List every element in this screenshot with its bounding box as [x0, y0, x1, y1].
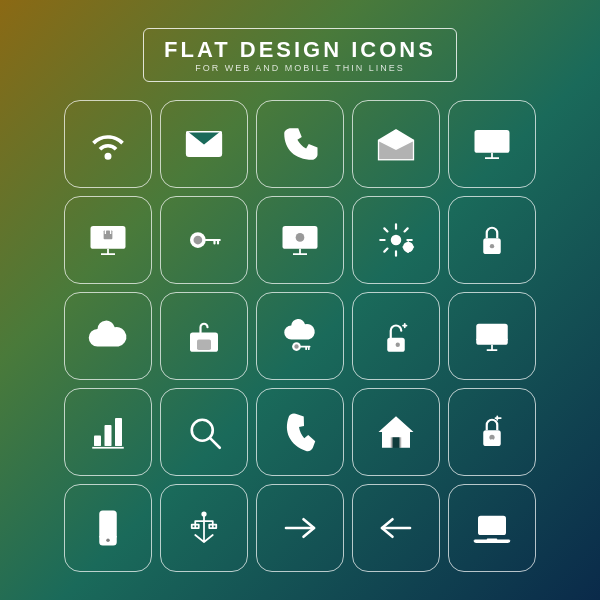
monitor-icon[interactable]	[448, 100, 536, 188]
icon-grid	[64, 100, 536, 572]
cloud-key-icon[interactable]	[256, 292, 344, 380]
svg-point-10	[391, 235, 402, 246]
padlock-key-icon[interactable]	[448, 388, 536, 476]
arrow-left-icon[interactable]	[352, 484, 440, 572]
monitor-settings-icon[interactable]	[256, 196, 344, 284]
phone-2-icon[interactable]	[256, 388, 344, 476]
monitor-2-icon[interactable]	[448, 292, 536, 380]
svg-point-17	[294, 345, 298, 349]
settings-icon[interactable]	[352, 196, 440, 284]
cloud-icon[interactable]	[64, 292, 152, 380]
svg-point-13	[490, 244, 494, 248]
svg-line-27	[210, 438, 220, 448]
svg-point-35	[201, 512, 206, 517]
unlock-folder-icon[interactable]	[160, 292, 248, 380]
svg-rect-20	[476, 324, 508, 345]
svg-rect-29	[391, 437, 402, 448]
header-subtitle: FOR WEB AND MOBILE THIN LINES	[164, 63, 436, 73]
svg-rect-15	[197, 340, 211, 351]
laptop-icon[interactable]	[448, 484, 536, 572]
open-mail-icon[interactable]	[352, 100, 440, 188]
svg-rect-23	[105, 425, 112, 446]
svg-rect-22	[94, 436, 101, 447]
svg-point-19	[396, 343, 400, 347]
svg-point-33	[106, 539, 110, 543]
search-icon[interactable]	[160, 388, 248, 476]
usb-icon[interactable]	[160, 484, 248, 572]
svg-rect-39	[487, 539, 498, 541]
bar-chart-icon[interactable]	[64, 388, 152, 476]
svg-rect-24	[115, 418, 122, 446]
key-icon[interactable]	[160, 196, 248, 284]
wifi-icon[interactable]	[64, 100, 152, 188]
key-unlock-icon[interactable]	[352, 292, 440, 380]
monitor-lock-icon[interactable]	[64, 196, 152, 284]
svg-rect-3	[475, 130, 510, 153]
svg-point-9	[296, 233, 305, 242]
mail-icon[interactable]	[160, 100, 248, 188]
arrow-right-icon[interactable]	[256, 484, 344, 572]
phone-icon[interactable]	[256, 100, 344, 188]
home-icon[interactable]	[352, 388, 440, 476]
padlock-icon[interactable]	[448, 196, 536, 284]
mobile-icon[interactable]	[64, 484, 152, 572]
svg-point-7	[194, 236, 203, 245]
svg-rect-38	[478, 516, 506, 535]
header-title: FLAT DESIGN ICONS	[164, 37, 436, 63]
header-box: FLAT DESIGN ICONS FOR WEB AND MOBILE THI…	[143, 28, 457, 82]
